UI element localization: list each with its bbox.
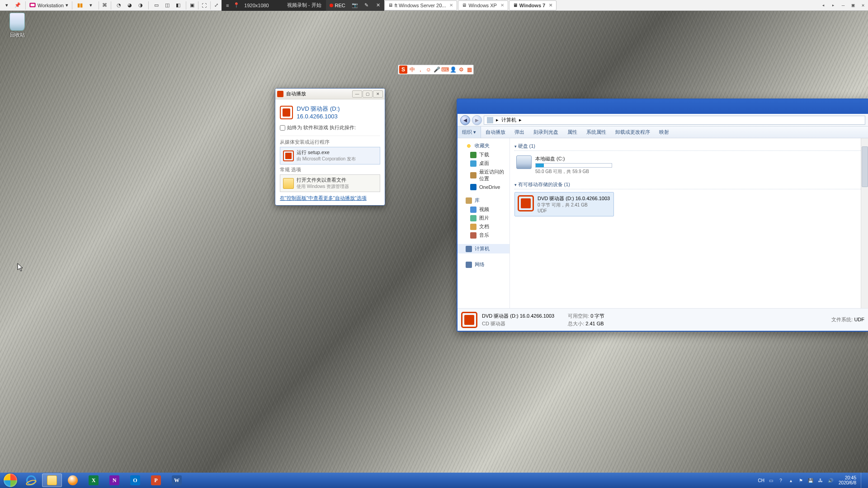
toolbar-item[interactable]: 系统属性: [582, 129, 611, 136]
tray-action-icon[interactable]: ⚑: [797, 477, 804, 484]
ime-punct-icon[interactable]: ，: [416, 66, 425, 74]
toolbar-item[interactable]: 刻录到光盘: [529, 129, 563, 136]
show-desktop-btn[interactable]: [861, 473, 865, 488]
nav-recent[interactable]: 最近访问的位置: [458, 168, 509, 183]
hamburger-icon[interactable]: ≡: [226, 3, 229, 8]
nav-network[interactable]: 网络: [458, 260, 509, 269]
taskbar-explorer[interactable]: [42, 474, 62, 487]
nav-computer[interactable]: 计算机: [458, 244, 509, 253]
tabs-scroll-right-icon[interactable]: ▸: [828, 0, 838, 10]
sogou-logo-icon[interactable]: S: [399, 66, 407, 74]
toolbar-item[interactable]: 卸载或更改程序: [611, 129, 655, 136]
toolbar-item[interactable]: 属性: [563, 129, 582, 136]
tray-volume-icon[interactable]: 🔊: [827, 477, 834, 484]
taskbar-word[interactable]: W: [167, 474, 187, 487]
autoplay-run-setup[interactable]: 运行 setup.exe 由 Microsoft Corporation 发布: [280, 147, 380, 164]
recycle-bin[interactable]: 回收站: [6, 13, 28, 38]
autoplay-always-checkbox[interactable]: 始终为 软件和游戏 执行此操作:: [280, 124, 380, 131]
nav-videos[interactable]: 视频: [458, 205, 509, 214]
vm-tab[interactable]: 🖥ft Windows Server 20...✕: [384, 0, 458, 10]
autoplay-open-folder[interactable]: 打开文件夹以查看文件 使用 Windows 资源管理器: [280, 174, 380, 192]
close-dark-icon[interactable]: ✕: [373, 0, 384, 11]
address-box[interactable]: ▸ 计算机 ▸: [484, 116, 865, 125]
taskbar-powerpoint[interactable]: P: [146, 474, 166, 487]
tab-close-icon[interactable]: ✕: [500, 3, 504, 8]
tabs-scroll-left-icon[interactable]: ◂: [818, 0, 828, 10]
tray-lang[interactable]: CH: [758, 478, 764, 483]
taskbar-outlook[interactable]: O: [125, 474, 145, 487]
pin2-icon[interactable]: 📍: [233, 2, 240, 8]
group-removable-header[interactable]: 有可移动存储的设备 (1): [514, 181, 863, 189]
workstation-menu[interactable]: Workstation ▾: [27, 0, 71, 10]
ime-toolbar[interactable]: S 中 ， ☺ 🎤 ⌨ 👤 ⚙ ▦: [398, 65, 474, 75]
view-split-icon[interactable]: ◫: [162, 0, 172, 10]
drive-dvd[interactable]: DVD 驱动器 (D:) 16.0.4266.1003 0 字节 可用，共 2.…: [514, 192, 614, 216]
nav-fwd-btn[interactable]: ▸: [472, 115, 482, 125]
camera-icon[interactable]: 📷: [349, 0, 361, 11]
autoplay-min-btn[interactable]: —: [352, 90, 362, 98]
tab-close-icon[interactable]: ✕: [549, 3, 552, 8]
power-menu-icon[interactable]: ▾: [86, 0, 96, 10]
ime-user-icon[interactable]: 👤: [449, 66, 457, 74]
ime-menu-icon[interactable]: ▦: [465, 66, 473, 74]
toolbar-item[interactable]: 自动播放: [481, 129, 510, 136]
nav-back-btn[interactable]: ◂: [460, 115, 470, 125]
fullscreen-icon[interactable]: ⛶: [199, 0, 209, 10]
content-scrollbar[interactable]: [861, 138, 868, 308]
taskbar-ie[interactable]: [21, 474, 41, 487]
send-keys-icon[interactable]: ⌘: [100, 0, 110, 10]
tab-close-icon[interactable]: ✕: [449, 3, 453, 8]
nav-documents[interactable]: 文档: [458, 222, 509, 231]
close-btn[interactable]: ✕: [858, 0, 868, 10]
taskbar-wmp[interactable]: [63, 474, 83, 487]
tray-network-icon[interactable]: 🖧: [817, 477, 824, 484]
pen-icon[interactable]: ✎: [361, 0, 373, 11]
rec-badge[interactable]: REC: [326, 0, 349, 11]
snapshot-manager-icon[interactable]: ◕: [125, 0, 135, 10]
drive-c[interactable]: 本地磁盘 (C:) 50.0 GB 可用，共 59.9 GB: [514, 154, 614, 177]
autoplay-always-input[interactable]: [280, 125, 285, 131]
taskbar-onenote[interactable]: N: [104, 474, 124, 487]
toolbar-item[interactable]: 弹出: [510, 129, 529, 136]
autoplay-titlebar[interactable]: 自动播放 — ▢ ✕: [275, 89, 385, 99]
dropdown-left-icon[interactable]: ▾: [2, 0, 12, 10]
revert-icon[interactable]: ◑: [136, 0, 146, 10]
autoplay-max-btn[interactable]: ▢: [363, 90, 373, 98]
autoplay-close-btn[interactable]: ✕: [373, 90, 383, 98]
ime-kbd-icon[interactable]: ⌨: [441, 66, 449, 74]
nav-desktop[interactable]: 桌面: [458, 159, 509, 168]
pause-icon[interactable]: ▮▮: [75, 0, 85, 10]
minimize-btn[interactable]: —: [838, 0, 848, 10]
unity-icon[interactable]: ▣: [187, 0, 197, 10]
group-hdd-header[interactable]: 硬盘 (1): [514, 143, 863, 151]
ime-mic-icon[interactable]: 🎤: [433, 66, 441, 74]
ime-language[interactable]: 中: [408, 66, 416, 74]
autoplay-control-panel-link[interactable]: 在"控制面板"中查看更多"自动播放"选项: [280, 195, 367, 201]
nav-music[interactable]: 音乐: [458, 231, 509, 239]
start-button[interactable]: [0, 473, 21, 488]
tray-help-icon[interactable]: ?: [777, 477, 784, 484]
ime-face-icon[interactable]: ☺: [425, 66, 433, 74]
stretch-icon[interactable]: ⤢: [212, 0, 222, 10]
tray-clock[interactable]: 20:45 2020/6/8: [837, 475, 858, 485]
toolbar-organize[interactable]: 组织 ▾: [458, 127, 481, 138]
nav-onedrive[interactable]: OneDrive: [458, 183, 509, 191]
snapshot-icon[interactable]: ◔: [114, 0, 124, 10]
ime-tool-icon[interactable]: ⚙: [457, 66, 465, 74]
view-multi-icon[interactable]: ◧: [173, 0, 183, 10]
nav-favorites[interactable]: 收藏夹: [458, 141, 509, 150]
nav-libraries[interactable]: 库: [458, 196, 509, 205]
vm-tab[interactable]: 🖥Windows 7✕: [509, 0, 557, 10]
tray-battery-icon[interactable]: ▭: [767, 477, 774, 484]
view-single-icon[interactable]: ▭: [151, 0, 161, 10]
tray-expand-icon[interactable]: ▴: [787, 477, 794, 484]
vm-tab[interactable]: 🖥Windows XP✕: [458, 0, 508, 10]
taskbar-excel[interactable]: X: [84, 474, 104, 487]
tray-drive-icon[interactable]: 💾: [807, 477, 814, 484]
nav-downloads[interactable]: 下载: [458, 150, 509, 159]
toolbar-item[interactable]: 映射: [655, 129, 674, 136]
restore-btn[interactable]: ▣: [848, 0, 858, 10]
explorer-titlebar[interactable]: [458, 99, 868, 114]
pin-icon[interactable]: 📌: [13, 0, 23, 10]
nav-pictures[interactable]: 图片: [458, 214, 509, 222]
